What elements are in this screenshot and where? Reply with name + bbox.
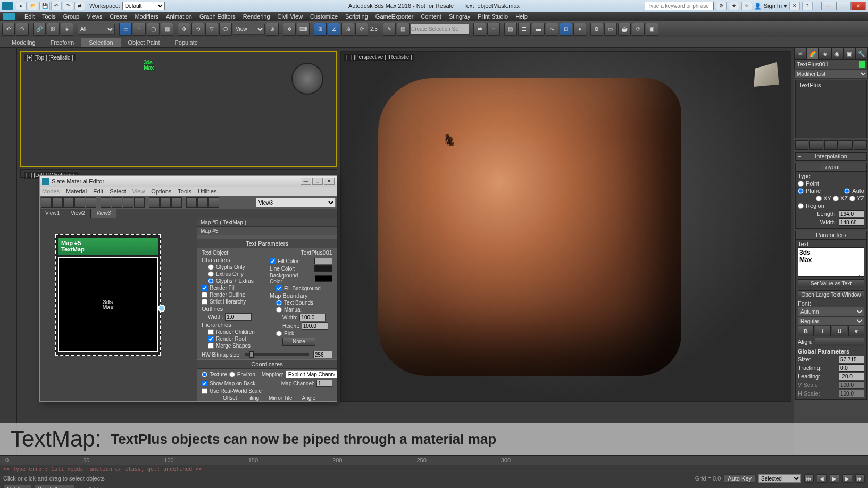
maximize-button[interactable]: □ <box>836 2 851 10</box>
render-iterative-button[interactable]: ⟳ <box>632 23 645 36</box>
cmd-tab-modify[interactable]: 🌈 <box>806 48 819 60</box>
menu-modifiers[interactable]: Modifiers <box>135 13 158 20</box>
open-large-text-button[interactable]: Open Large Text Window <box>798 290 864 299</box>
menu-views[interactable]: Views <box>87 13 102 20</box>
named-sel-edit-button[interactable]: ✎ <box>383 23 396 36</box>
check-fill-background[interactable] <box>276 285 282 291</box>
render-setup-button[interactable]: ⚙ <box>590 23 603 36</box>
font-dropdown[interactable]: Autumn <box>798 307 864 316</box>
infocenter-icon[interactable]: ⚙ <box>716 2 727 10</box>
percent-snap-button[interactable]: % <box>341 23 354 36</box>
size-input[interactable] <box>839 356 864 363</box>
section-coordinates[interactable]: Coordinates <box>197 359 337 369</box>
me-menu-select[interactable]: Select <box>110 188 126 195</box>
signin-button[interactable]: 👤 Sign In ▾ <box>754 3 787 10</box>
viewcube-top[interactable] <box>291 63 323 95</box>
keymode-dropdown[interactable]: Selected <box>758 474 801 483</box>
me-tool-6[interactable] <box>101 197 111 208</box>
layout-header[interactable]: Layout <box>795 163 867 171</box>
select-region-button[interactable]: ▢ <box>147 23 160 36</box>
menu-help[interactable]: Help <box>515 13 528 20</box>
outline-width-input[interactable] <box>225 313 252 321</box>
select-button[interactable]: ▭ <box>119 23 132 36</box>
viewport-top-label[interactable]: [+] [Top ] [Realistic ] <box>24 54 76 61</box>
menu-gameexporter[interactable]: GameExporter <box>375 13 414 20</box>
radio-yz[interactable] <box>849 196 855 201</box>
viewcube-perspective[interactable] <box>754 62 779 87</box>
me-tool-4[interactable] <box>74 197 85 208</box>
cmd-tab-utilities[interactable]: 🔧 <box>856 48 868 60</box>
selection-filter-dropdown[interactable]: All <box>78 24 115 35</box>
me-tab-view3[interactable]: View3 <box>91 209 116 218</box>
radio-text-bounds[interactable] <box>276 300 282 306</box>
manual-width-input[interactable] <box>299 314 326 321</box>
cmd-tab-hierarchy[interactable]: ◈ <box>819 48 831 60</box>
font-style-dropdown[interactable]: Regular <box>798 316 864 326</box>
radio-glyphs-extras[interactable] <box>208 278 214 284</box>
menu-animation[interactable]: Animation <box>166 13 192 20</box>
stack-unique-button[interactable] <box>824 140 838 150</box>
menu-grapheditors[interactable]: Graph Editors <box>199 13 236 20</box>
curve-editor-button[interactable]: ∿ <box>546 23 558 36</box>
check-show-map-back[interactable] <box>202 381 207 386</box>
play-next-button[interactable]: ▶ <box>842 474 852 483</box>
setkey-button[interactable]: Set Key <box>3 485 31 488</box>
named-sel-button[interactable]: ▤ <box>397 23 410 36</box>
move-button[interactable]: ✥ <box>178 23 190 36</box>
check-strict-hierarchy[interactable] <box>202 299 207 305</box>
me-tool-pick[interactable] <box>41 197 52 208</box>
radio-region[interactable] <box>798 203 804 209</box>
radio-texture[interactable] <box>202 372 207 377</box>
radio-plane[interactable] <box>798 188 804 194</box>
check-render-fill[interactable] <box>202 285 207 291</box>
radio-pick[interactable] <box>276 331 282 336</box>
map-channel-input[interactable] <box>316 380 332 387</box>
new-icon[interactable]: ▸ <box>16 2 27 10</box>
menu-tools[interactable]: Tools <box>42 13 56 20</box>
align-button[interactable]: ≡ <box>815 338 864 346</box>
layer-button[interactable]: ▤ <box>504 23 517 36</box>
check-render-root[interactable] <box>208 336 214 342</box>
set-value-button[interactable]: Set Value as Text <box>798 279 864 288</box>
length-input[interactable] <box>839 210 864 217</box>
cmd-tab-motion[interactable]: ◉ <box>831 48 844 60</box>
me-menu-utilities[interactable]: Utilities <box>198 188 216 195</box>
menu-group[interactable]: Group <box>63 13 80 20</box>
stack-item-textplus[interactable]: TextPlus <box>797 81 865 89</box>
undo-icon[interactable]: ↶ <box>51 2 62 10</box>
stack-configure-button[interactable] <box>854 140 867 150</box>
section-text-parameters[interactable]: Text Parameters <box>197 239 337 248</box>
underline-button[interactable]: U <box>832 326 848 336</box>
menu-civilview[interactable]: Civil View <box>278 13 303 20</box>
close-button[interactable]: ✕ <box>851 2 866 10</box>
me-tool-8[interactable] <box>123 197 133 208</box>
me-tool-3[interactable] <box>63 197 74 208</box>
viewport-perspective[interactable]: [+] [Perspective ] [Realistic ] 3ds Max <box>340 51 791 402</box>
angle-snap-button[interactable]: ∠ <box>328 23 340 36</box>
leading-input[interactable] <box>839 373 864 380</box>
object-color-swatch[interactable] <box>859 61 865 68</box>
favorite-icon[interactable]: ☆ <box>741 2 752 10</box>
me-tool-delete[interactable] <box>86 197 96 208</box>
undo-button[interactable]: ↶ <box>2 23 15 36</box>
menu-rendering[interactable]: Rendering <box>243 13 270 20</box>
manipulate-button[interactable]: ✲ <box>283 23 296 36</box>
bold-button[interactable]: B <box>798 326 814 336</box>
manual-height-input[interactable] <box>302 322 328 330</box>
modifier-list-dropdown[interactable]: Modifier List <box>794 69 868 79</box>
me-tool-14[interactable] <box>197 197 208 208</box>
play-start-button[interactable]: ⏮ <box>804 474 814 483</box>
text-input[interactable] <box>798 247 864 277</box>
bind-button[interactable]: ◈ <box>61 23 73 36</box>
radio-glyphs-only[interactable] <box>208 264 214 270</box>
textmap-node[interactable]: Map #5 TextMap 3ds Max <box>55 234 161 356</box>
layout-width-input[interactable] <box>839 218 864 226</box>
node-output-port[interactable] <box>158 305 165 312</box>
radio-point[interactable] <box>798 181 804 187</box>
menu-content[interactable]: Content <box>421 13 441 20</box>
mirror-button[interactable]: ⇄ <box>473 23 486 36</box>
menu-edit[interactable]: Edit <box>24 13 35 20</box>
stack-remove-button[interactable] <box>839 140 852 150</box>
viewport-persp-label[interactable]: [+] [Perspective ] [Realistic ] <box>344 54 414 61</box>
tracking-input[interactable] <box>839 364 864 372</box>
